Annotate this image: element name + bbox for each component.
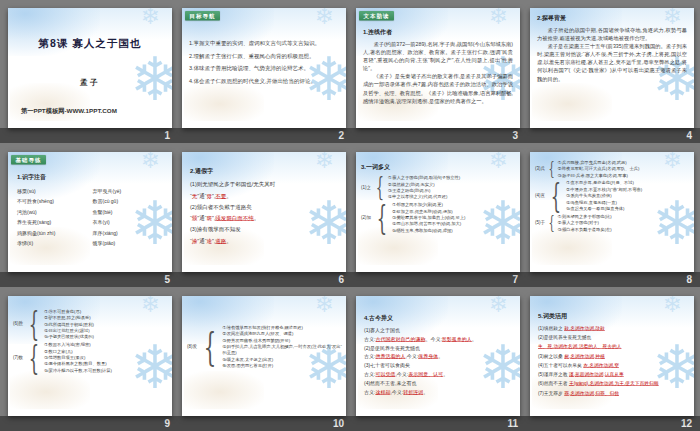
slide-content: 2.通假字(1)则无望民之多于邻国也/无失其时“无”通“毋”,不要。(2)颁白者… (182, 152, 346, 272)
rich-line: (3)七十者可以食肉矣 (364, 361, 514, 370)
slide-content: (8)发{①涂有饿莩而不知发(指打开粮仓,赈济百姓)②发闾左谪戍渔阳九百人(征发… (182, 296, 346, 416)
slide-sorter-grid: 123456789101112❄❄第8课 寡人之于国也孟子第一PPT模板网-WW… (0, 0, 700, 431)
text-segment: 衣,名词作动词,穿 (583, 362, 619, 368)
text-segment: 谨,形容词作动词,认真从事 (569, 371, 624, 377)
slide-number: 6 (182, 272, 346, 287)
slide-canvas: ❄❄2.通假字(1)则无望民之多于邻国也/无失其时“无”通“毋”,不要。(2)颁… (182, 152, 346, 272)
text-segment: 王(wàng),名词作动词,为王,使天下百姓归顺 (569, 381, 659, 387)
text-segment: 可以凭借 (375, 371, 395, 377)
rich-line: (2)是使民养生丧死无憾也 (364, 343, 514, 352)
pinyin-column: 弃甲曳兵(yè)数罟(cù gǔ)鱼鳖(biē)衣帛(yì)庠序(xiáng)饿… (93, 186, 169, 249)
pinyin-item: 弃甲曳兵(yè) (93, 186, 169, 197)
group-item: ④申之以孝悌之义(代词,代百姓) (388, 194, 518, 200)
group-items: ①数罟不入洿池(密,细密)②数口之家(几)③范增数目项王(屡次)④愿令得补黑衣之… (44, 341, 170, 373)
pinyin-item: 孝悌(tì) (17, 238, 93, 249)
group-label: (4)直 (535, 192, 545, 199)
slide-title: 第8课 寡人之于国也 (8, 36, 172, 50)
group-label: (1)之 (361, 184, 371, 191)
group-items: ①谷不可胜食也(尽)②驴不胜怒,蹄之(能承受)③此所谓战胜于朝廷(胜利)④日出江… (44, 308, 170, 340)
slide-canvas: ❄❄4.古今异义(1)寡人之于国也古义:古代国君对自己的谦称。今义:形影孤单的人… (356, 296, 520, 416)
brace-glyph: { (29, 343, 39, 371)
word-group: (6)胜{①谷不可胜食也(尽)②驴不胜怒,蹄之(能承受)③此所谓战胜于朝廷(胜利… (13, 308, 170, 340)
slide-thumbnail-5[interactable]: ❄❄基础导练1.识字注音移粟(sù)不可胜食(shēng)洿池(wū)养生丧死(… (8, 152, 172, 272)
text-segment: 。 (226, 192, 232, 198)
slide-number: 8 (530, 272, 694, 287)
slide-content: 1.连线作者孟子(约前372—前289),名轲,字子舆,战国邹(今山东邹城东南)… (356, 8, 520, 128)
slide-number: 9 (8, 416, 172, 431)
pinyin-item: 移粟(sù) (17, 186, 93, 197)
text-segment: ”通“ (197, 237, 206, 243)
slide-thumbnail-10[interactable]: ❄❄(8)发{①涂有饿莩而不知发(指打开粮仓,赈济百姓)②发闾左谪戍渔阳九百人(… (182, 296, 346, 416)
group-items: ①则无望民之多于邻国也(比)②寡人之于国也(对于)③颁白者不负戴于道路矣(在) (558, 213, 692, 232)
pinyin-item: 洿池(wū) (17, 207, 93, 218)
section-heading: 3.一词多义 (361, 163, 518, 172)
group-label: (8)发 (187, 343, 197, 350)
slide-thumbnail-2[interactable]: ❄❄目标导航1.掌握文中重要的实词、虚词和文言句式等文言知识。2.理解孟子主张行… (182, 8, 346, 128)
slide-canvas: ❄❄3.一词多义(1)之{①寡人之于国也(助词,取消句子独立性)②填然鼓之(助词… (356, 152, 520, 272)
text-segment: 道路 (215, 237, 226, 243)
goal-line: 3.体味孟子善用比喻说理、气势充沛的论辩艺术。 (189, 62, 339, 75)
rich-line: (2)是使民养生丧死无憾也 (538, 333, 688, 342)
rich-line: (1)填然鼓之 鼓,名词作动词,敲鼓 (538, 324, 688, 333)
slide-thumbnail-8[interactable]: ❄❄(3)兵{①兵刃既接,弃甲曳兵而走(名词,武器)②昨夜见军帖,可汗大点兵(名… (530, 152, 694, 272)
slide-content: 第8课 寡人之于国也孟子第一PPT模板网-WWW.1PPT.COM (8, 8, 172, 128)
rich-line: (5)谨庠序之教 谨,形容词作动词,认真从事 (538, 370, 688, 379)
slide-content: 3.一词多义(1)之{①寡人之于国也(助词,取消句子独立性)②填然鼓之(助词,无… (356, 152, 520, 272)
paragraph: 《孟子》是先秦诸子杰出的散文著作,是孟子及其弟子编纂而成的一部语录体著作,共7篇… (363, 72, 513, 105)
text-segment: (1)填然鼓之 (538, 325, 564, 331)
slide-number: 4 (530, 128, 694, 143)
slide-thumbnail-11[interactable]: ❄❄4.古今异义(1)寡人之于国也古义:古代国君对自己的谦称。今义:形影孤单的人… (356, 296, 520, 416)
text-segment: 不要 (215, 192, 226, 198)
word-group: (2)加{①邻国之民不加少(副词,更)②欲加之罪,何患无辞(动词,强加)③樊哙覆… (361, 202, 518, 234)
group-item: ③孙子曰:兵者,国之大事也(名词,军事) (558, 172, 692, 178)
text-segment: 。 (443, 371, 448, 377)
slide-thumbnail-3[interactable]: ❄❄文本助读1.连线作者孟子(约前372—前289),名轲,字子舆,战国邹(今山… (356, 8, 520, 128)
rich-line: (7)王无罪岁 罪,名词作动词,归罪、归咎 (538, 388, 688, 397)
text-segment: 古义: (364, 336, 375, 342)
text-segment: 古义: (364, 354, 375, 360)
goal-line: 4.体会孟子仁政思想的时代意义,并做出恰当的评论。 (189, 75, 339, 88)
text-segment: ”通“ (197, 192, 206, 198)
section-heading: 2.通假字 (190, 167, 340, 176)
slide-thumbnail-4[interactable]: ❄❄2.探寻背景孟子所处的战国中期,各国诸侯争城夺地,角逐武力,权势与暴力被推崇… (530, 8, 694, 128)
section-heading: 1.连线作者 (363, 28, 513, 37)
group-item: ④妇手拍儿声,儿含乳啼声,大儿初醒声,一时齐发(注:此处为“发出”的意思) (222, 343, 344, 356)
text-segment: 古代国君对自己的谦称 (375, 336, 425, 342)
slide-content: 4.古今异义(1)寡人之于国也古义:古代国君对自己的谦称。今义:形影孤单的人。(… (356, 296, 520, 416)
group-label: (7)数 (13, 354, 23, 361)
slide-number: 10 (182, 416, 346, 431)
slide-content: (6)胜{①谷不可胜食也(尽)②驴不胜怒,蹄之(能承受)③此所谓战胜于朝廷(胜利… (8, 296, 172, 416)
rich-line: (1)寡人之于国也 (364, 326, 514, 335)
text-segment: 。 (472, 336, 477, 342)
group-items: ①邻国之民不加少(副词,更)②欲加之罪,何患无辞(动词,强加)③樊哙覆其盾于地,… (392, 202, 518, 234)
pinyin-item: 饿莩(piǎo) (93, 238, 169, 249)
slide-content: 1.掌握文中重要的实词、虚词和文言句式等文言知识。2.理解孟子主张行仁政、重视民… (182, 8, 346, 128)
slide-canvas: ❄❄(3)兵{①兵刃既接,弃甲曳兵而走(名词,武器)②昨夜见军帖,可汗大点兵(名… (530, 152, 694, 272)
slide-thumbnail-7[interactable]: ❄❄3.一词多义(1)之{①寡人之于国也(助词,取消句子独立性)②填然鼓之(助词… (356, 152, 520, 272)
text-segment: 须发斑白而不纯 (215, 215, 254, 221)
pinyin-item: 庠序(xiáng) (93, 228, 169, 239)
text-segment: 。今义: (425, 336, 441, 342)
slide-thumbnail-9[interactable]: ❄❄(6)胜{①谷不可胜食也(尽)②驴不胜怒,蹄之(能承受)③此所谓战胜于朝廷(… (8, 296, 172, 416)
slide-thumbnail-12[interactable]: ❄❄5.词类活用(1)填然鼓之 鼓,名词作动词,敲鼓(2)是使民养生丧死无憾也生… (530, 296, 694, 416)
slide-number: 5 (8, 272, 172, 287)
slide-thumbnail-6[interactable]: ❄❄2.通假字(1)则无望民之多于邻国也/无失其时“无”通“毋”,不要。(2)颁… (182, 152, 346, 272)
slide-canvas: ❄❄2.探寻背景孟子所处的战国中期,各国诸侯争城夺地,角逐武力,权势与暴力被推崇… (530, 8, 694, 128)
group-item: ⑤予观夫巴陵胜状(优美的) (44, 334, 170, 340)
text-segment: 生、死,动词作名词,活着的人、死去的人 (538, 344, 621, 350)
text-segment: 古义: (364, 371, 375, 377)
slide-thumbnail-1[interactable]: ❄❄第8课 寡人之于国也孟子第一PPT模板网-WWW.1PPT.COM (8, 8, 172, 128)
text-segment: (5)谨庠序之教 (538, 371, 569, 377)
rich-line: (2)颁白者不负戴于道路矣 (190, 201, 340, 212)
text-segment: ,今义: (390, 389, 403, 395)
section-heading: 1.识字注音 (17, 173, 168, 182)
group-label: (2)加 (361, 214, 371, 221)
word-group: (1)之{①寡人之于国也(助词,取消句子独立性)②填然鼓之(助词,无实义)③王道… (361, 175, 518, 201)
slide-content: 5.词类活用(1)填然鼓之 鼓,名词作动词,敲鼓(2)是使民养生丧死无憾也生、死… (530, 296, 694, 416)
slide-number: 11 (356, 416, 520, 431)
word-group: (4)直{①直不百步耳,是亦走也(只是、不过)②中通外直,不蔓不枝(与“曲”相对… (535, 180, 692, 212)
group-item: ⑤牺牲玉帛,弗敢加也(动词,虚报) (392, 227, 518, 233)
slide-number: 7 (356, 272, 520, 287)
slide-subtitle: 孟子 (8, 78, 172, 88)
goal-line: 2.理解孟子主张行仁政、重视民心向背的积极思想。 (189, 50, 339, 63)
